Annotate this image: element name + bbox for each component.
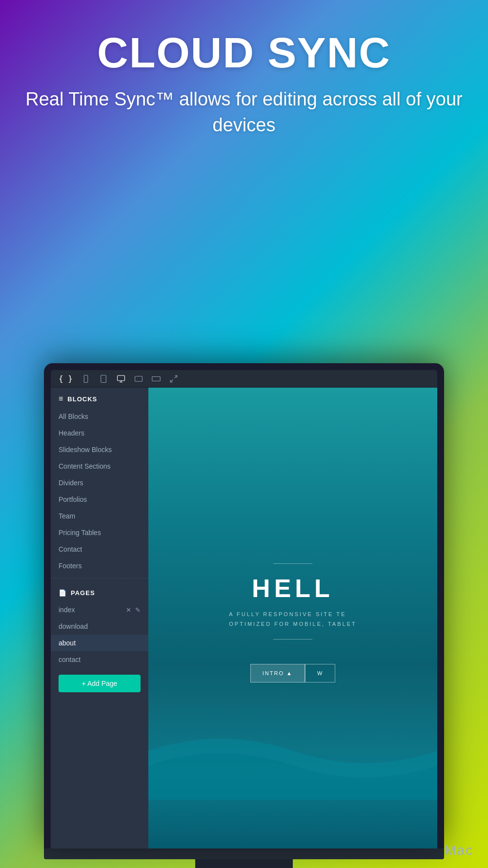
page-item-download[interactable]: download (51, 618, 148, 635)
svg-line-10 (174, 375, 177, 378)
sidebar-item-portfolios[interactable]: Portfolios (51, 491, 148, 508)
background: CLOUD SYNC Real Time Sync™ allows for ed… (0, 0, 488, 868)
bottom-divider (273, 639, 312, 640)
svg-rect-7 (135, 376, 142, 381)
edit-icon[interactable]: ✎ (135, 606, 141, 614)
pages-section-header: 📄 PAGES (51, 582, 148, 601)
desktop-icon[interactable] (117, 374, 125, 383)
blocks-section-header: ≡ BLOCKS (51, 388, 148, 408)
header-section: CLOUD SYNC Real Time Sync™ allows for ed… (0, 0, 488, 158)
blocks-label: BLOCKS (67, 395, 97, 403)
laptop-screen: { } (51, 370, 437, 848)
hamburger-icon: ≡ (59, 394, 63, 403)
nav-tabs: INTRO ▲ W (250, 664, 336, 682)
page-name-contact: contact (59, 656, 81, 663)
sidebar-item-pricing-tables[interactable]: Pricing Tables (51, 524, 148, 541)
svg-rect-2 (101, 375, 106, 382)
svg-rect-0 (84, 375, 88, 382)
ocean-background (148, 702, 437, 848)
sidebar-item-headers[interactable]: Headers (51, 425, 148, 441)
mobile-icon[interactable] (81, 374, 90, 383)
main-title: CLOUD SYNC (0, 29, 488, 77)
sidebar-item-team[interactable]: Team (51, 508, 148, 524)
sidebar-divider (51, 578, 148, 579)
intro-tab[interactable]: INTRO ▲ (250, 664, 305, 682)
svg-line-11 (170, 379, 173, 382)
site-hello-text: HELL (252, 574, 334, 603)
code-view-icon[interactable]: { } (59, 374, 73, 383)
subtitle-text: Real Time Sync™ allows for editing acros… (0, 86, 488, 138)
sidebar-item-content-sections[interactable]: Content Sections (51, 458, 148, 475)
delete-icon[interactable]: ✕ (126, 606, 131, 614)
add-page-button[interactable]: + Add Page (59, 675, 141, 692)
laptop-stand (195, 859, 293, 868)
sidebar-item-all-blocks[interactable]: All Blocks (51, 408, 148, 425)
toolbar: { } (51, 370, 437, 388)
page-item-contact[interactable]: contact (51, 651, 148, 668)
laptop-mockup: { } (44, 363, 444, 868)
top-divider (273, 563, 312, 564)
sidebar-item-footers[interactable]: Footers (51, 558, 148, 574)
fullscreen-icon[interactable] (169, 374, 178, 383)
pages-icon: 📄 (59, 589, 67, 597)
page-item-index[interactable]: index ✕ ✎ (51, 601, 148, 618)
wave-svg (148, 702, 437, 800)
page-name-index: index (59, 606, 75, 614)
page-name-about: about (59, 639, 76, 647)
wide-view-icon[interactable] (152, 374, 161, 383)
page-item-about[interactable]: about (51, 635, 148, 651)
mac-label: Mac (445, 843, 473, 858)
page-actions-index: ✕ ✎ (126, 606, 141, 614)
pages-label: PAGES (71, 589, 95, 597)
sidebar-item-contact[interactable]: Contact (51, 541, 148, 558)
sidebar: ≡ BLOCKS All Blocks Headers Slideshow Bl… (51, 388, 148, 848)
sidebar-item-slideshow-blocks[interactable]: Slideshow Blocks (51, 441, 148, 458)
sidebar-item-dividers[interactable]: Dividers (51, 475, 148, 491)
tablet-portrait-icon[interactable] (99, 374, 108, 383)
page-name-download: download (59, 622, 88, 630)
tablet-landscape-icon[interactable] (134, 374, 143, 383)
preview-area: HELL A FULLY RESPONSIVE SITE TE OPTIMIZE… (148, 388, 437, 848)
site-subtitle: A FULLY RESPONSIVE SITE TE OPTIMIZED FOR… (229, 610, 356, 629)
laptop-base (44, 848, 444, 859)
svg-rect-9 (152, 376, 161, 381)
screen-content: ≡ BLOCKS All Blocks Headers Slideshow Bl… (51, 388, 437, 848)
laptop-outer-frame: { } (44, 363, 444, 848)
svg-rect-4 (117, 375, 124, 381)
w-tab[interactable]: W (305, 664, 335, 682)
